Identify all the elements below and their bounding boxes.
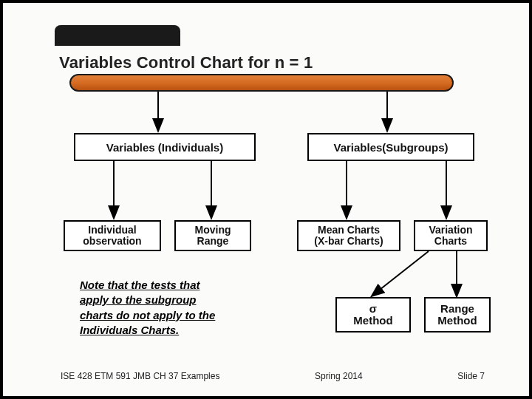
slide-footer: ISE 428 ETM 591 JMB CH 37 Examples Sprin… bbox=[61, 371, 485, 381]
box-variation-charts: Variation Charts bbox=[414, 220, 488, 251]
line1: Variation bbox=[429, 225, 472, 236]
box-variables-individuals: Variables (Individuals) bbox=[74, 133, 256, 161]
line1: Individual bbox=[88, 225, 136, 236]
line2: Range bbox=[197, 236, 229, 247]
line2: Charts bbox=[434, 236, 467, 247]
box-range-method: Range Method bbox=[424, 297, 491, 332]
label: Variables(Subgroups) bbox=[333, 141, 448, 154]
line2: (X-bar Charts) bbox=[314, 236, 383, 247]
line1: Mean Charts bbox=[318, 225, 380, 236]
line2: observation bbox=[83, 236, 141, 247]
l4: Individuals Charts. bbox=[80, 324, 179, 336]
slide-root: Variables Control Chart for n = 1 Variab… bbox=[0, 0, 532, 399]
note-text: Note that the tests that apply to the su… bbox=[80, 278, 272, 338]
box-moving-range: Moving Range bbox=[174, 220, 251, 251]
l2: apply to the subgroup bbox=[80, 293, 197, 306]
footer-right: Slide 7 bbox=[457, 371, 485, 381]
label: Variables (Individuals) bbox=[106, 141, 223, 154]
line1: Moving bbox=[195, 225, 231, 236]
l1: Note that the tests that bbox=[80, 279, 200, 291]
box-individual-observation: Individual observation bbox=[64, 220, 161, 251]
footer-mid: Spring 2014 bbox=[315, 371, 363, 381]
footer-left: ISE 428 ETM 591 JMB CH 37 Examples bbox=[61, 371, 219, 381]
line1: Range bbox=[440, 303, 474, 316]
box-mean-charts: Mean Charts (X-bar Charts) bbox=[297, 220, 400, 251]
box-variables-subgroups: Variables(Subgroups) bbox=[307, 133, 474, 161]
l3: charts do not apply to the bbox=[80, 309, 215, 321]
line1: σ bbox=[369, 303, 377, 316]
line2: Method bbox=[353, 315, 392, 327]
arrow-pill-left bbox=[3, 3, 532, 399]
svg-line-6 bbox=[372, 251, 429, 296]
line2: Method bbox=[437, 315, 477, 327]
box-sigma-method: σ Method bbox=[335, 297, 411, 332]
